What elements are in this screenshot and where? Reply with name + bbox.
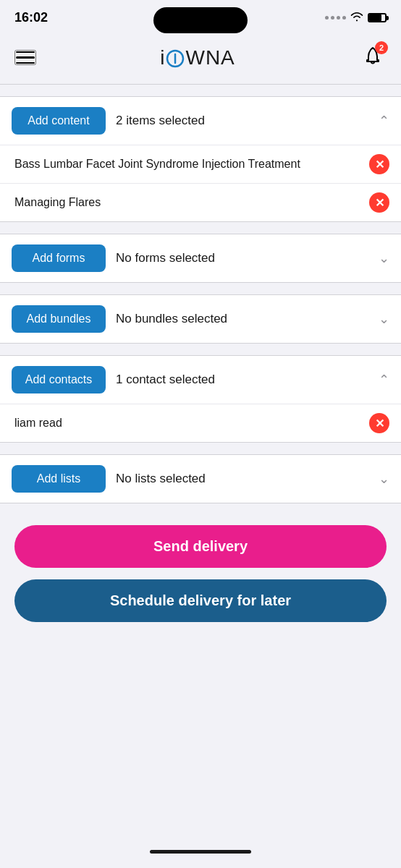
content-status: 2 items selected (116, 114, 379, 128)
header: i WNA 2 (0, 31, 401, 84)
contact-item: liam read ✕ (0, 404, 401, 442)
remove-content-0-button[interactable]: ✕ (369, 154, 389, 174)
add-contacts-button[interactable]: Add contacts (12, 366, 106, 393)
lists-section: Add lists No lists selected ⌄ (0, 454, 401, 503)
lists-section-header: Add lists No lists selected ⌄ (0, 455, 401, 503)
contacts-section-header: Add contacts 1 contact selected ⌃ (0, 356, 401, 404)
battery-icon (368, 13, 387, 22)
forms-section: Add forms No forms selected ⌄ (0, 234, 401, 283)
home-indicator (0, 841, 401, 868)
content-section: Add content 2 items selected ⌃ Bass Lumb… (0, 96, 401, 222)
menu-button[interactable] (14, 50, 36, 66)
logo: i WNA (160, 46, 235, 69)
bundles-status: No bundles selected (116, 312, 379, 326)
content-item: Bass Lumbar Facet Joint Syndrome Injecti… (0, 145, 401, 184)
remove-content-1-button[interactable]: ✕ (369, 192, 389, 213)
contacts-section: Add contacts 1 contact selected ⌃ liam r… (0, 355, 401, 443)
content-section-header: Add content 2 items selected ⌃ (0, 97, 401, 145)
add-forms-button[interactable]: Add forms (12, 244, 106, 272)
remove-contact-0-button[interactable]: ✕ (369, 413, 389, 433)
status-time: 16:02 (14, 10, 48, 25)
lists-status: No lists selected (116, 472, 379, 486)
send-delivery-button[interactable]: Send delivery (14, 525, 387, 568)
content-chevron-icon: ⌃ (379, 113, 389, 129)
bundles-section-header: Add bundles No bundles selected ⌄ (0, 295, 401, 343)
notification-badge: 2 (375, 41, 388, 54)
content-item: Managing Flares ✕ (0, 184, 401, 221)
content-item-text-1: Managing Flares (14, 195, 362, 210)
notification-button[interactable]: 2 (359, 43, 387, 72)
add-lists-button[interactable]: Add lists (12, 465, 106, 493)
action-buttons: Send delivery Schedule delivery for late… (0, 503, 401, 637)
contact-item-text: liam read (14, 416, 362, 431)
add-bundles-button[interactable]: Add bundles (12, 305, 106, 333)
content-item-text: Bass Lumbar Facet Joint Syndrome Injecti… (14, 157, 362, 172)
forms-section-header: Add forms No forms selected ⌄ (0, 234, 401, 282)
schedule-delivery-button[interactable]: Schedule delivery for later (14, 579, 387, 622)
forms-status: No forms selected (116, 251, 379, 265)
bundles-section: Add bundles No bundles selected ⌄ (0, 294, 401, 344)
add-content-button[interactable]: Add content (12, 107, 106, 135)
home-bar (150, 850, 251, 854)
status-icons (325, 12, 387, 25)
main-content: Add content 2 items selected ⌃ Bass Lumb… (0, 85, 401, 841)
forms-chevron-icon: ⌄ (379, 250, 389, 266)
bundles-chevron-icon: ⌄ (379, 311, 389, 327)
lists-chevron-icon: ⌄ (379, 471, 389, 487)
contacts-chevron-icon: ⌃ (379, 372, 389, 388)
signal-icon (325, 16, 346, 20)
contacts-status: 1 contact selected (116, 373, 379, 387)
wifi-icon (350, 12, 363, 25)
dynamic-island (153, 7, 248, 33)
